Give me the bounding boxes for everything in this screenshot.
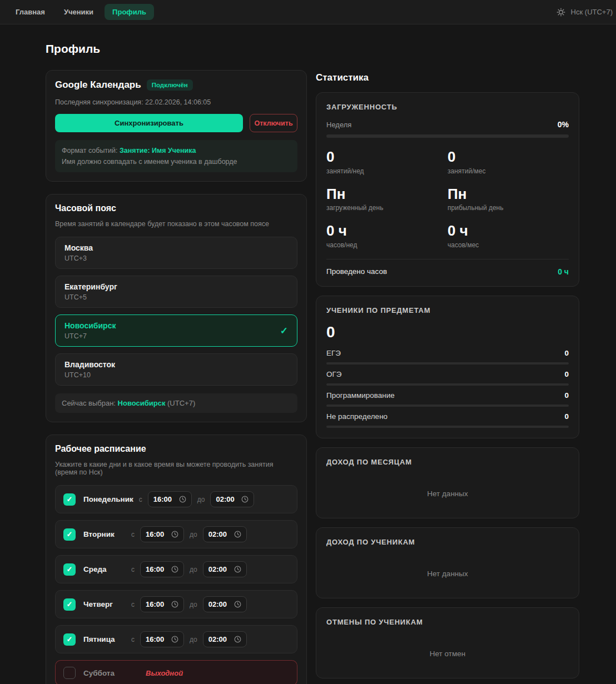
metric-value: 0 [326,149,448,165]
day-name: Вторник [83,530,126,538]
time-to-input[interactable] [203,561,247,577]
clock-icon [234,531,241,538]
time-to-input[interactable] [203,631,247,647]
timezone-option[interactable]: Новосибирск UTC+7 ✓ [55,314,297,347]
day-checkbox[interactable]: ✓ [63,598,76,611]
timezone-utc-offset: UTC+5 [64,293,117,301]
time-to-input[interactable] [203,526,247,542]
schedule-day-row: ✓ Среда с до [55,555,297,583]
format-label: Формат событий: [62,147,120,154]
time-from-input[interactable] [140,526,184,542]
page-title: Профиль [46,42,579,56]
schedule-day-row: ✓ Пятница с до [55,625,297,653]
to-label: до [190,601,197,608]
timezone-card: Часовой пояс Время занятий в календаре б… [46,194,307,422]
google-calendar-card: Google Календарь Подключён Последняя син… [46,70,307,182]
subjects-card-title: УЧЕНИКИ ПО ПРЕДМЕТАМ [326,306,569,314]
check-icon: ✓ [67,635,73,643]
subject-progress-bar [326,426,569,428]
time-to-value[interactable] [208,635,231,643]
time-from-input[interactable] [140,631,184,647]
time-from-input[interactable] [148,491,192,507]
statistics-column: Статистика ЗАГРУЖЕННОСТЬ Неделя 0% 0 зан… [316,70,579,684]
day-name: Среда [83,565,126,573]
nav-right: Нск (UTC+7) [557,8,614,17]
clock-icon [171,636,178,643]
disconnect-button[interactable]: Отключить [250,114,297,132]
metric-label: часов/нед [326,241,448,249]
empty-card-title: ОТМЕНЫ ПО УЧЕНИКАМ [326,618,569,626]
from-label: с [131,636,135,643]
time-to-input[interactable] [203,596,247,612]
empty-stat-card: ОТМЕНЫ ПО УЧЕНИКАМ Нет отмен [316,607,579,678]
timezone-option[interactable]: Владивосток UTC+10 [55,353,297,386]
timezone-option[interactable]: Москва UTC+3 [55,237,297,269]
metric-value: 0 [448,149,569,165]
time-from-value[interactable] [146,600,168,608]
time-from-input[interactable] [140,596,184,612]
load-stats-card: ЗАГРУЖЕННОСТЬ Неделя 0% 0 занятий/нед 0 [316,92,579,287]
day-checkbox[interactable]: ✓ [63,563,76,576]
check-icon: ✓ [67,565,73,573]
top-nav: Главная Ученики Профиль Нск (UTC+7) [0,0,616,24]
time-from-value[interactable] [153,495,176,503]
nav-tab[interactable]: Главная [8,4,53,20]
time-to-value[interactable] [208,530,231,538]
theme-toggle-sun-icon[interactable] [557,8,565,17]
day-checkbox[interactable]: ✓ [63,493,76,506]
day-checkbox[interactable]: ✓ [63,528,76,541]
time-from-value[interactable] [146,530,168,538]
current-timezone-utc: (UTC+7) [165,399,195,407]
day-checkbox[interactable] [63,667,76,679]
from-label: с [139,496,142,503]
profile-page: Профиль Google Календарь Подключён После… [0,24,616,684]
check-icon: ✓ [67,495,73,503]
empty-card-title: ДОХОД ПО УЧЕНИКАМ [326,538,569,546]
left-column: Google Календарь Подключён Последняя син… [46,70,307,684]
time-from-value[interactable] [146,635,168,643]
time-to-value[interactable] [208,600,231,608]
subject-progress-bar [326,362,569,365]
metric-value: Пн [326,186,448,202]
schedule-card-description: Укажите в какие дни и в какое время вы м… [55,461,297,476]
empty-state-text: Нет отмен [326,635,569,668]
nav-tabs: Главная Ученики Профиль [8,4,154,20]
to-label: до [197,496,205,503]
time-from-value[interactable] [146,565,168,573]
clock-icon [171,531,178,538]
subject-row: Программирование 0 [326,391,569,407]
timezone-card-title: Часовой пояс [55,203,297,213]
load-metric: 0 занятий/нед [326,149,448,175]
metric-label: занятий/мес [448,167,569,175]
nav-tab[interactable]: Ученики [56,4,101,20]
load-metric: 0 ч часов/нед [326,223,448,249]
timezone-city: Екатеринбург [64,282,117,291]
timezone-utc-offset: UTC+10 [64,371,115,379]
subject-progress-bar [326,405,569,407]
day-checkbox[interactable]: ✓ [63,633,76,646]
time-to-value[interactable] [216,495,238,503]
current-timezone-label: Сейчас выбран: [62,399,118,407]
timezone-option[interactable]: Екатеринбург UTC+5 [55,276,297,308]
from-label: с [131,566,135,573]
clock-icon [179,496,186,503]
time-to-input[interactable] [210,491,254,507]
schedule-day-row: Суббота Выходной [55,660,297,684]
empty-stat-card: ДОХОД ПО МЕСЯЦАМ Нет данных [316,447,579,518]
sync-button[interactable]: Синхронизировать [55,114,243,132]
subject-value: 0 [564,412,569,421]
load-card-title: ЗАГРУЖЕННОСТЬ [326,103,569,111]
clock-icon [234,566,241,573]
current-timezone-hint: Сейчас выбран: Новосибирск (UTC+7) [55,393,297,413]
time-from-input[interactable] [140,561,184,577]
format-note: Имя должно совпадать с именем ученика в … [62,156,291,167]
timezone-utc-offset: UTC+7 [64,332,116,340]
time-to-value[interactable] [208,565,231,573]
google-calendar-title: Google Календарь [55,79,141,91]
clock-icon [234,636,241,643]
format-value: Занятие: Имя Ученика [120,147,196,154]
nav-tab[interactable]: Профиль [105,4,154,20]
day-name: Четверг [83,600,126,608]
work-schedule-card: Рабочее расписание Укажите в какие дни и… [46,435,307,684]
to-label: до [190,566,197,573]
